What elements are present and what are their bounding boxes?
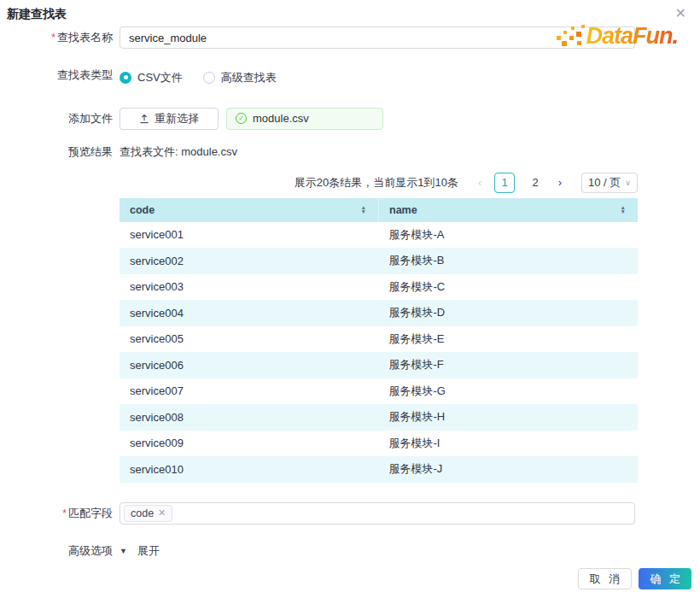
match-field-input[interactable]: code ✕ — [120, 502, 635, 525]
cell-name: 服务模块-J — [379, 456, 639, 483]
column-header-code[interactable]: code ▲▼ — [120, 198, 379, 222]
page-button-1[interactable]: 1 — [494, 173, 515, 193]
uploaded-file-name: module.csv — [253, 112, 309, 125]
caret-down-icon: ▼ — [120, 547, 127, 555]
name-row: *查找表名称 — [0, 26, 700, 50]
table-row: service002服务模块-B — [120, 248, 638, 274]
cell-code: service006 — [120, 352, 379, 378]
reselect-label: 重新选择 — [155, 111, 199, 126]
table-row: service001服务模块-A — [120, 222, 638, 249]
type-radio-group: CSV文件 高级查找表 — [120, 69, 700, 86]
preview-table: code ▲▼ name ▲▼ — [120, 198, 638, 483]
cell-code: service008 — [120, 404, 379, 431]
lookup-name-input[interactable] — [120, 26, 635, 49]
file-row: 添加文件 重新选择 ✓ module.csv — [0, 108, 700, 130]
cell-name: 服务模块-I — [379, 431, 639, 457]
cell-code: service007 — [120, 378, 379, 405]
preview-file-text: 查找表文件: module.csv — [120, 144, 237, 160]
lookup-table-form: *查找表名称 查找表类型 CSV文件 高级查找表 添加文件 — [0, 26, 700, 559]
cell-name: 服务模块-C — [379, 274, 639, 301]
check-circle-icon: ✓ — [236, 113, 247, 124]
advanced-label: 高级选项 — [0, 543, 113, 559]
cell-name: 服务模块-H — [379, 404, 639, 431]
table-header-row: code ▲▼ name ▲▼ — [120, 198, 638, 222]
table-row: service003服务模块-C — [120, 274, 638, 301]
match-tag-code[interactable]: code ✕ — [124, 505, 172, 522]
cell-code: service009 — [120, 431, 379, 457]
radio-csv-label: CSV文件 — [137, 70, 183, 85]
table-row: service006服务模块-F — [120, 352, 638, 378]
chevron-down-icon: ∨ — [625, 179, 631, 187]
tag-remove-icon[interactable]: ✕ — [158, 508, 166, 518]
dialog-footer: 取 消 确 定 — [578, 568, 691, 589]
cell-name: 服务模块-A — [379, 222, 639, 249]
advanced-row: 高级选项 ▼ 展开 — [0, 543, 700, 559]
table-row: service008服务模块-H — [120, 404, 638, 431]
table-row: service010服务模块-J — [120, 456, 638, 483]
close-icon[interactable]: ✕ — [672, 3, 690, 24]
radio-advanced-lookup[interactable]: 高级查找表 — [203, 70, 277, 85]
radio-csv-file[interactable]: CSV文件 — [120, 70, 183, 85]
radio-advanced-label: 高级查找表 — [221, 70, 277, 85]
advanced-toggle-label: 展开 — [137, 543, 160, 559]
pagination-summary: 展示20条结果，当前显示1到10条 — [295, 175, 458, 191]
pagination-bar: 展示20条结果，当前显示1到10条 ‹ 1 2 › 10 / 页 ∨ — [120, 167, 638, 198]
uploaded-file-tag[interactable]: ✓ module.csv — [226, 108, 383, 130]
cell-code: service003 — [120, 274, 379, 301]
column-header-name[interactable]: name ▲▼ — [379, 198, 639, 222]
sort-icon[interactable]: ▲▼ — [361, 206, 366, 214]
next-page-button[interactable]: › — [551, 177, 569, 189]
upload-icon — [139, 114, 149, 124]
radio-unselected-icon — [203, 72, 215, 84]
cancel-button[interactable]: 取 消 — [578, 568, 633, 589]
page-button-2[interactable]: 2 — [525, 176, 545, 189]
cell-code: service001 — [120, 222, 379, 249]
file-label: 添加文件 — [0, 108, 113, 130]
cell-name: 服务模块-B — [379, 248, 639, 274]
type-label: 查找表类型 — [0, 67, 113, 83]
cell-name: 服务模块-F — [379, 352, 639, 378]
cell-name: 服务模块-D — [379, 300, 639, 326]
advanced-toggle[interactable]: ▼ 展开 — [120, 543, 700, 559]
reselect-button[interactable]: 重新选择 — [120, 108, 219, 130]
dialog-title: 新建查找表 — [7, 7, 67, 22]
type-row: 查找表类型 CSV文件 高级查找表 — [0, 67, 700, 86]
preview-row: 预览结果 查找表文件: module.csv 展示20条结果，当前显示1到10条… — [0, 144, 700, 483]
cell-name: 服务模块-G — [379, 378, 639, 405]
sort-icon[interactable]: ▲▼ — [621, 206, 626, 214]
page-size-select[interactable]: 10 / 页 ∨ — [581, 173, 638, 193]
required-marker: * — [62, 507, 67, 519]
radio-selected-icon — [120, 72, 131, 84]
prev-page-button[interactable]: ‹ — [470, 177, 489, 189]
match-row: *匹配字段 code ✕ — [0, 502, 700, 525]
table-row: service004服务模块-D — [120, 300, 638, 326]
cell-code: service010 — [120, 456, 379, 483]
table-row: service007服务模块-G — [120, 378, 638, 405]
preview-table-block: 展示20条结果，当前显示1到10条 ‹ 1 2 › 10 / 页 ∨ — [120, 167, 638, 483]
confirm-button[interactable]: 确 定 — [639, 568, 691, 589]
match-tag-label: code — [131, 507, 154, 519]
page-size-value: 10 / 页 — [588, 175, 621, 191]
table-row: service005服务模块-E — [120, 326, 638, 353]
cell-code: service004 — [120, 300, 379, 326]
cell-name: 服务模块-E — [379, 326, 639, 353]
name-label: *查找表名称 — [0, 26, 113, 49]
match-label: *匹配字段 — [0, 502, 113, 525]
preview-label: 预览结果 — [0, 144, 113, 160]
cell-code: service002 — [120, 248, 379, 274]
required-marker: * — [51, 32, 55, 44]
cell-code: service005 — [120, 326, 379, 353]
table-row: service009服务模块-I — [120, 431, 638, 457]
